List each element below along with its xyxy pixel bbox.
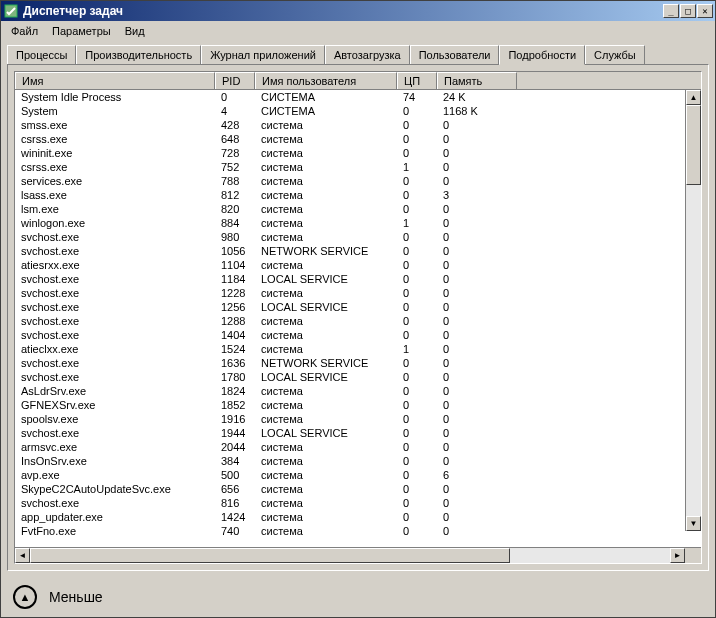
table-row[interactable]: svchost.exe1184LOCAL SERVICE00 (15, 272, 701, 286)
table-row[interactable]: csrss.exe752система10 (15, 160, 701, 174)
cell-name: InsOnSrv.exe (15, 454, 215, 468)
cell-name: svchost.exe (15, 328, 215, 342)
cell-pid: 648 (215, 132, 255, 146)
table-row[interactable]: svchost.exe1404система00 (15, 328, 701, 342)
scroll-corner (685, 548, 701, 564)
h-scroll-track[interactable] (30, 548, 670, 563)
less-label[interactable]: Меньше (49, 589, 103, 605)
cell-cpu: 0 (397, 468, 437, 482)
vertical-scrollbar[interactable]: ▲ ▼ (685, 90, 701, 531)
cell-name: lsass.exe (15, 188, 215, 202)
cell-user: система (255, 412, 397, 426)
cell-user: система (255, 132, 397, 146)
scroll-up-button[interactable]: ▲ (686, 90, 701, 105)
table-row[interactable]: svchost.exe980система00 (15, 230, 701, 244)
cell-pid: 1916 (215, 412, 255, 426)
table-row[interactable]: atiesrxx.exe1104система00 (15, 258, 701, 272)
cell-cpu: 0 (397, 286, 437, 300)
menu-view[interactable]: Вид (119, 23, 151, 39)
cell-pid: 1228 (215, 286, 255, 300)
cell-memory: 0 (437, 482, 517, 496)
table-row[interactable]: SkypeC2CAutoUpdateSvc.exe656система00 (15, 482, 701, 496)
cell-cpu: 1 (397, 216, 437, 230)
table-row[interactable]: smss.exe428система00 (15, 118, 701, 132)
col-header-pid[interactable]: PID (215, 72, 255, 89)
table-row[interactable]: csrss.exe648система00 (15, 132, 701, 146)
tab-processes[interactable]: Процессы (7, 45, 76, 64)
cell-name: armsvc.exe (15, 440, 215, 454)
tab-startup[interactable]: Автозагрузка (325, 45, 410, 64)
table-row[interactable]: services.exe788система00 (15, 174, 701, 188)
collapse-button[interactable]: ▲ (13, 585, 37, 609)
table-row[interactable]: InsOnSrv.exe384система00 (15, 454, 701, 468)
cell-pid: 1056 (215, 244, 255, 258)
minimize-button[interactable]: _ (663, 4, 679, 18)
cell-memory: 1168 K (437, 104, 517, 118)
table-row[interactable]: avp.exe500система06 (15, 468, 701, 482)
menu-options[interactable]: Параметры (46, 23, 117, 39)
table-row[interactable]: wininit.exe728система00 (15, 146, 701, 160)
close-button[interactable]: ✕ (697, 4, 713, 18)
cell-pid: 1636 (215, 356, 255, 370)
scroll-down-button[interactable]: ▼ (686, 516, 701, 531)
col-header-cpu[interactable]: ЦП (397, 72, 437, 89)
tab-services[interactable]: Службы (585, 45, 645, 64)
v-scroll-track[interactable] (686, 105, 701, 516)
table-row[interactable]: System Idle Process0СИСТЕМА7424 K (15, 90, 701, 104)
maximize-button[interactable]: □ (680, 4, 696, 18)
scroll-right-button[interactable]: ► (670, 548, 685, 563)
table-row[interactable]: svchost.exe1944LOCAL SERVICE00 (15, 426, 701, 440)
tab-details[interactable]: Подробности (499, 45, 585, 65)
table-row[interactable]: app_updater.exe1424система00 (15, 510, 701, 524)
table-row[interactable]: svchost.exe1288система00 (15, 314, 701, 328)
v-scroll-thumb[interactable] (686, 105, 701, 185)
table-row[interactable]: svchost.exe1056NETWORK SERVICE00 (15, 244, 701, 258)
tab-users[interactable]: Пользователи (410, 45, 500, 64)
cell-memory: 0 (437, 230, 517, 244)
cell-pid: 1944 (215, 426, 255, 440)
table-row[interactable]: armsvc.exe2044система00 (15, 440, 701, 454)
table-row[interactable]: winlogon.exe884система10 (15, 216, 701, 230)
cell-pid: 0 (215, 90, 255, 104)
tabbar: Процессы Производительность Журнал прило… (1, 41, 715, 64)
col-header-memory[interactable]: Память (437, 72, 517, 89)
horizontal-scrollbar[interactable]: ◄ ► (15, 547, 701, 563)
col-header-name[interactable]: Имя (15, 72, 215, 89)
cell-user: система (255, 510, 397, 524)
cell-cpu: 0 (397, 412, 437, 426)
cell-memory: 0 (437, 272, 517, 286)
cell-memory: 0 (437, 244, 517, 258)
titlebar[interactable]: Диспетчер задач _ □ ✕ (1, 1, 715, 21)
cell-user: система (255, 482, 397, 496)
menubar: Файл Параметры Вид (1, 21, 715, 41)
tab-performance[interactable]: Производительность (76, 45, 201, 64)
table-row[interactable]: svchost.exe1228система00 (15, 286, 701, 300)
table-row[interactable]: svchost.exe1780LOCAL SERVICE00 (15, 370, 701, 384)
app-icon (3, 3, 19, 19)
table-row[interactable]: spoolsv.exe1916система00 (15, 412, 701, 426)
cell-user: система (255, 398, 397, 412)
menu-file[interactable]: Файл (5, 23, 44, 39)
table-row[interactable]: GFNEXSrv.exe1852система00 (15, 398, 701, 412)
col-header-user[interactable]: Имя пользователя (255, 72, 397, 89)
table-row[interactable]: svchost.exe1636NETWORK SERVICE00 (15, 356, 701, 370)
cell-memory: 0 (437, 286, 517, 300)
tab-app-history[interactable]: Журнал приложений (201, 45, 325, 64)
footer-bar: ▲ Меньше (1, 577, 715, 617)
content-area: Имя PID Имя пользователя ЦП Память Syste… (7, 64, 709, 571)
table-row[interactable]: svchost.exe1256LOCAL SERVICE00 (15, 300, 701, 314)
cell-memory: 0 (437, 132, 517, 146)
table-row[interactable]: System4СИСТЕМА01168 K (15, 104, 701, 118)
h-scroll-thumb[interactable] (30, 548, 510, 563)
table-row[interactable]: svchost.exe816система00 (15, 496, 701, 510)
cell-user: LOCAL SERVICE (255, 272, 397, 286)
scroll-left-button[interactable]: ◄ (15, 548, 30, 563)
table-row[interactable]: AsLdrSrv.exe1824система00 (15, 384, 701, 398)
table-row[interactable]: FvtFno.exe740система00 (15, 524, 701, 538)
table-row[interactable]: lsass.exe812система03 (15, 188, 701, 202)
list-body[interactable]: System Idle Process0СИСТЕМА7424 KSystem4… (15, 90, 701, 547)
cell-name: svchost.exe (15, 272, 215, 286)
table-row[interactable]: lsm.exe820система00 (15, 202, 701, 216)
table-row[interactable]: atieclxx.exe1524система10 (15, 342, 701, 356)
cell-name: svchost.exe (15, 370, 215, 384)
